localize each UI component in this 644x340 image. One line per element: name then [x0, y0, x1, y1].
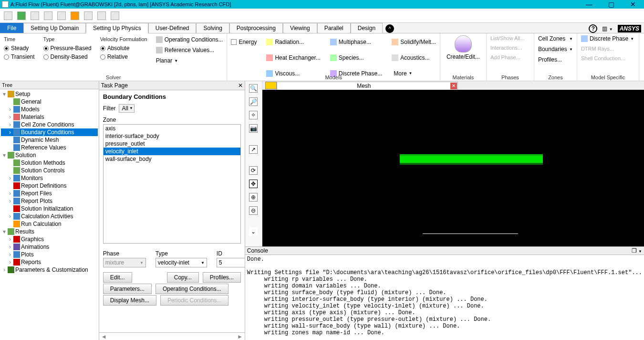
radio-transient[interactable]: Transient	[4, 53, 35, 60]
profiles-button[interactable]: Profiles...	[538, 56, 573, 63]
tree-node[interactable]: ›Report Plots	[1, 197, 98, 205]
boundaries-dropdown[interactable]: Boundaries▼	[538, 46, 573, 53]
tree-node[interactable]: ▾Setup	[1, 90, 98, 98]
tree-node[interactable]: Reference Values	[1, 144, 98, 151]
tree-node[interactable]: ›Cell Zone Conditions	[1, 121, 98, 128]
toolbar-icon[interactable]	[84, 11, 93, 20]
zone-item[interactable]: pressure_outlet	[104, 140, 240, 148]
tree-node[interactable]: ›Parameters & Customization	[1, 266, 98, 274]
console-popout-icon[interactable]: ❐	[632, 247, 637, 254]
parameters-button[interactable]: Parameters...	[103, 284, 152, 294]
zone-item[interactable]: axis	[104, 125, 240, 132]
planar-dropdown[interactable]: Planar▼	[156, 57, 223, 64]
console-dropdown-icon[interactable]: ▼	[638, 249, 642, 254]
discrete-phase-dropdown[interactable]: Discrete Phase▼	[581, 35, 635, 42]
toolbar-icon[interactable]	[111, 11, 119, 20]
tree-node[interactable]: ›Reports	[1, 258, 98, 266]
copy-button[interactable]: Copy...	[167, 272, 199, 283]
create-edit-materials-button[interactable]: Create/Edit...	[444, 35, 482, 60]
tab-design[interactable]: Design	[351, 23, 383, 33]
id-input[interactable]: 5	[217, 258, 245, 267]
chevron-down-icon[interactable]: ⌄	[249, 227, 258, 236]
toolbar-icon[interactable]	[4, 11, 12, 20]
tree-node[interactable]: Solution Methods	[1, 159, 98, 167]
energy-checkbox[interactable]: Energy	[231, 35, 257, 48]
acoustics-button[interactable]: Acoustics...	[392, 51, 436, 64]
collapse-ribbon-icon[interactable]: ^	[385, 24, 394, 33]
layout-icon[interactable]: ▥ ▼	[602, 25, 613, 32]
tree-node[interactable]: ›Report Files	[1, 190, 98, 197]
tree-node[interactable]: ›Models	[1, 106, 98, 113]
tree-node[interactable]: ›Plots	[1, 251, 98, 258]
tree-node[interactable]: Dynamic Mesh	[1, 136, 98, 144]
probe-icon[interactable]: ↗	[249, 145, 258, 154]
toolbar-icon[interactable]	[31, 11, 39, 20]
species-button[interactable]: Species...	[330, 51, 382, 64]
tree-node[interactable]: Report Definitions	[1, 182, 98, 190]
toolbar-icon[interactable]	[57, 11, 66, 20]
maximize-button[interactable]: ▢	[600, 0, 622, 9]
zone-item[interactable]: velocity_inlet	[104, 148, 240, 155]
tab-file[interactable]: File	[0, 23, 23, 33]
graphics-canvas[interactable]	[262, 90, 644, 246]
tree-node[interactable]: Run Calculation	[1, 220, 98, 228]
tree-node[interactable]: ›Materials	[1, 113, 98, 121]
tree-node[interactable]: ›Graphics	[1, 235, 98, 243]
tree-node[interactable]: ›Boundary Conditions	[1, 128, 98, 136]
operating-conditions-button[interactable]: Operating Conditions...	[156, 284, 229, 294]
radiation-button[interactable]: Radiation...	[266, 35, 320, 48]
type-dropdown[interactable]: velocity-inlet▼	[156, 258, 207, 267]
radio-absolute[interactable]: Absolute	[100, 45, 147, 52]
toolbar-icon[interactable]	[71, 11, 79, 20]
profiles-button[interactable]: Profiles...	[203, 272, 241, 283]
edit-button[interactable]: Edit...	[103, 272, 132, 283]
refresh-icon[interactable]: ⟳	[249, 166, 258, 175]
tab-viewing[interactable]: Viewing	[283, 23, 317, 33]
zoom-out-icon[interactable]: 🔎	[249, 97, 258, 106]
pan-icon[interactable]: ✥	[249, 180, 258, 188]
tab-setting-up-physics[interactable]: Setting Up Physics	[86, 23, 148, 33]
tab-user-defined[interactable]: User-Defined	[148, 23, 197, 33]
fit-icon[interactable]: ✧	[249, 111, 258, 119]
tree-body[interactable]: ▾SetupGeneral›Models›Materials›Cell Zone…	[0, 89, 99, 340]
zoom-box-icon[interactable]: ⊖	[249, 206, 258, 215]
radio-steady[interactable]: Steady	[4, 45, 35, 52]
tree-node[interactable]: Solution Controls	[1, 167, 98, 174]
tab-parallel[interactable]: Parallel	[317, 23, 351, 33]
close-view-icon[interactable]: ✕	[450, 83, 457, 89]
tree-node[interactable]: ›Calculation Activities	[1, 212, 98, 220]
display-mesh-button[interactable]: Display Mesh...	[103, 295, 156, 306]
tab-postprocessing[interactable]: Postprocessing	[229, 23, 283, 33]
cell-zones-dropdown[interactable]: Cell Zones▼	[538, 35, 573, 42]
solidify-melt-button[interactable]: Solidify/Melt...	[392, 35, 436, 48]
radio-pressure-based[interactable]: Pressure-Based	[43, 45, 92, 52]
tab-solving[interactable]: Solving	[196, 23, 229, 33]
operating-conditions-button[interactable]: Operating Conditions...	[156, 36, 223, 43]
radio-relative[interactable]: Relative	[100, 53, 147, 60]
zoom-in-icon[interactable]: 🔍	[249, 84, 258, 93]
tree-node[interactable]: Solution Initialization	[1, 205, 98, 212]
toolbar-icon[interactable]	[17, 11, 26, 20]
multiphase-button[interactable]: Multiphase...	[330, 35, 382, 48]
radio-density-based[interactable]: Density-Based	[43, 53, 92, 60]
close-button[interactable]: ✕	[622, 0, 644, 9]
tree-node[interactable]: ›Monitors	[1, 174, 98, 182]
tab-setting-up-domain[interactable]: Setting Up Domain	[23, 23, 86, 33]
zoom-icon[interactable]: ⊕	[249, 193, 258, 202]
zone-item[interactable]: wall-surface_body	[104, 155, 240, 163]
task-page-close-icon[interactable]: ✕	[238, 82, 243, 89]
camera-icon[interactable]: 📷	[249, 124, 258, 133]
help-icon[interactable]: ?	[589, 24, 597, 33]
filter-dropdown[interactable]: All	[119, 104, 135, 113]
view-tab-mesh[interactable]: Mesh ✕	[277, 82, 458, 90]
minimize-button[interactable]: —	[578, 0, 600, 9]
zone-item[interactable]: interior-surface_body	[104, 132, 240, 140]
tree-node[interactable]: General	[1, 98, 98, 106]
task-page-scrollbar[interactable]: ◄►	[99, 332, 245, 340]
toolbar-icon[interactable]	[44, 11, 52, 20]
view-tab-icon[interactable]	[265, 82, 277, 89]
tree-node[interactable]: ▾Results	[1, 228, 98, 235]
heat-exchanger-button[interactable]: Heat Exchanger...	[266, 51, 320, 64]
toolbar-icon[interactable]	[97, 11, 106, 20]
zone-list[interactable]: axisinterior-surface_bodypressure_outlet…	[103, 124, 241, 244]
